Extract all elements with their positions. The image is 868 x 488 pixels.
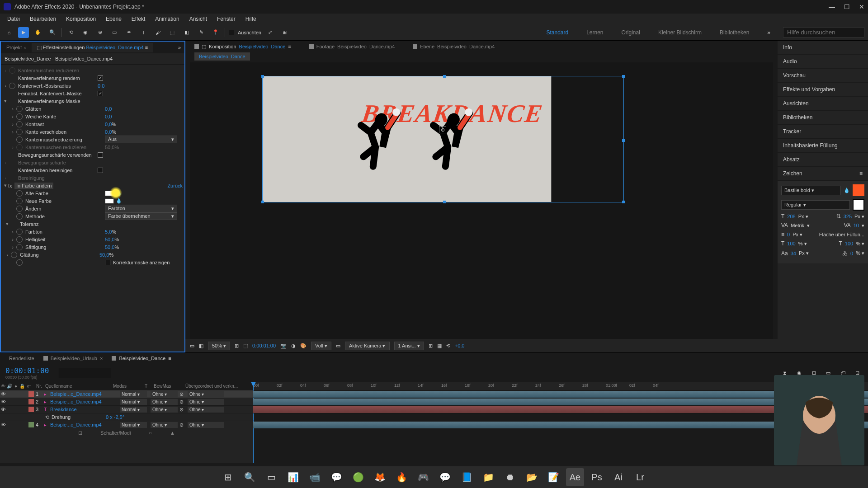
taskbar-app[interactable]: Lr bbox=[631, 468, 649, 486]
viewer-icon[interactable]: ⟲ bbox=[446, 343, 450, 349]
old-color-swatch[interactable] bbox=[105, 191, 114, 196]
tab-urlaub[interactable]: Beispielvideo_Urlaub × bbox=[43, 356, 103, 361]
snap-option-icon[interactable]: ⤢ bbox=[265, 27, 276, 38]
viewer-icon[interactable]: ▭ bbox=[190, 343, 194, 349]
text-tool[interactable]: T bbox=[138, 27, 149, 38]
parent-dropdown[interactable]: Ohne ▾ bbox=[188, 391, 224, 397]
blend-mode-dropdown[interactable]: Normal ▾ bbox=[120, 407, 147, 413]
visibility-toggle[interactable]: 👁 bbox=[0, 399, 6, 404]
roto-tool[interactable]: ✎ bbox=[196, 27, 207, 38]
menu-hilfe[interactable]: Hilfe bbox=[241, 14, 261, 23]
tab-projekt[interactable]: Projekt× bbox=[1, 43, 32, 52]
korrekturmaske-checkbox[interactable] bbox=[105, 260, 110, 265]
viewer-icon[interactable]: ⊞ bbox=[235, 343, 239, 349]
layer-name[interactable]: Beispie...o_Dance.mp4 bbox=[50, 399, 118, 404]
taskbar-app[interactable]: ▭ bbox=[262, 468, 280, 486]
viewer-icon[interactable]: ◑ bbox=[291, 343, 296, 349]
menu-effekt[interactable]: Effekt bbox=[127, 14, 150, 23]
taskbar-app[interactable]: 💬 bbox=[436, 468, 454, 486]
panel-expand-icon[interactable]: » bbox=[175, 45, 184, 50]
timeline-layer[interactable]: 👁 3 T Breakdance Normal ▾ Ohne ▾ ⊘ Ohne … bbox=[0, 405, 253, 413]
help-search-input[interactable] bbox=[783, 27, 864, 38]
toggle-up-icon[interactable]: ▲ bbox=[170, 430, 175, 436]
farbton-value[interactable]: 5,0 bbox=[105, 229, 116, 235]
other-value[interactable]: 0 bbox=[850, 251, 853, 256]
viewer-icon[interactable]: ▭ bbox=[336, 343, 340, 349]
font-size-value[interactable]: 208 bbox=[787, 214, 795, 219]
glaettung-value[interactable]: 50,0 bbox=[99, 252, 113, 258]
panel-ausrichten[interactable]: Ausrichten bbox=[778, 97, 868, 111]
blend-mode-dropdown[interactable]: Normal ▾ bbox=[120, 391, 147, 397]
composition-viewer[interactable]: BREAKDANCE ⊕ bbox=[190, 62, 773, 339]
layer-color[interactable] bbox=[28, 407, 34, 412]
taskbar-app[interactable]: 🎮 bbox=[414, 468, 432, 486]
eraser-tool[interactable]: ◧ bbox=[181, 27, 192, 38]
layer-color[interactable] bbox=[28, 399, 34, 404]
taskbar-app[interactable]: 📊 bbox=[284, 468, 302, 486]
helligkeit-value[interactable]: 50,0 bbox=[105, 237, 119, 242]
weiche-kante-value[interactable]: 0,0 bbox=[105, 114, 112, 119]
tab-komposition[interactable]: ⬚ Komposition Beispielvideo_Dance ≡ bbox=[194, 44, 291, 50]
rauschreduzierung-dropdown[interactable]: Aus▾ bbox=[105, 136, 177, 143]
viewer-icon[interactable]: ◧ bbox=[199, 343, 203, 349]
kerning-dropdown[interactable]: Metrik bbox=[791, 223, 804, 228]
fill-color-swatch[interactable] bbox=[853, 184, 864, 196]
exposure-value[interactable]: +0,0 bbox=[455, 343, 465, 348]
snapshot-icon[interactable]: 📷 bbox=[280, 343, 287, 349]
blend-mode-dropdown[interactable]: Normal ▾ bbox=[120, 422, 147, 428]
layer-color[interactable] bbox=[28, 391, 34, 397]
visibility-toggle[interactable]: 👁 bbox=[0, 422, 6, 427]
layer-name[interactable]: Breakdance bbox=[50, 407, 118, 412]
trkmat-dropdown[interactable]: Ohne ▾ bbox=[151, 391, 178, 397]
views-dropdown[interactable]: 1 Ansi... ▾ bbox=[394, 342, 424, 350]
panel-vorschau[interactable]: Vorschau bbox=[778, 69, 868, 83]
ws-more-icon[interactable]: » bbox=[767, 29, 770, 36]
new-color-swatch[interactable] bbox=[105, 198, 114, 204]
taskbar-app[interactable]: 🟢 bbox=[349, 468, 367, 486]
viewer-icon[interactable]: ⊞ bbox=[429, 343, 433, 349]
hand-tool[interactable]: ✋ bbox=[33, 27, 43, 38]
parent-dropdown[interactable]: Ohne ▾ bbox=[188, 407, 224, 413]
kontrast-value[interactable]: 0,0 bbox=[105, 122, 116, 127]
minimize-button[interactable]: — bbox=[829, 3, 835, 10]
unified-camera-tool[interactable]: ◉ bbox=[80, 27, 91, 38]
parent-dropdown[interactable]: Ohne ▾ bbox=[188, 422, 224, 428]
feinabst-checkbox[interactable] bbox=[98, 91, 103, 96]
zoom-tool[interactable]: 🔍 bbox=[47, 27, 58, 38]
viewer-icon[interactable]: ⬚ bbox=[243, 343, 248, 349]
trkmat-dropdown[interactable]: Ohne ▾ bbox=[151, 407, 178, 413]
motion-blur-checkbox[interactable] bbox=[98, 152, 103, 158]
taskbar-app[interactable]: 📁 bbox=[479, 468, 497, 486]
visibility-toggle[interactable]: 👁 bbox=[0, 391, 6, 397]
panel-info[interactable]: Info bbox=[778, 41, 868, 55]
current-time[interactable]: 0:00:01:00 bbox=[5, 366, 49, 375]
eyedropper-icon[interactable]: 💧 bbox=[116, 190, 122, 196]
ws-original[interactable]: Original bbox=[622, 29, 640, 36]
reset-link[interactable]: Zurück bbox=[167, 183, 183, 188]
eyedropper-icon[interactable]: 💧 bbox=[116, 198, 122, 204]
timeline-layer[interactable]: 👁 1 ▸ Beispie...o_Dance.mp4 Normal ▾ Ohn… bbox=[0, 390, 253, 398]
menu-animation[interactable]: Animation bbox=[151, 14, 184, 23]
baseline-value[interactable]: 0 bbox=[787, 232, 790, 237]
comp-breadcrumb[interactable]: Beispielvideo_Dance bbox=[194, 52, 250, 61]
taskbar-app[interactable]: 📝 bbox=[544, 468, 562, 486]
taskbar-app[interactable]: 🔥 bbox=[392, 468, 410, 486]
effect-name[interactable]: In Farbe ändern bbox=[14, 183, 53, 189]
panel-tracker[interactable]: Tracker bbox=[778, 125, 868, 139]
resolution-dropdown[interactable]: Voll ▾ bbox=[311, 342, 331, 350]
ws-kleiner[interactable]: Kleiner Bildschirm bbox=[658, 29, 702, 36]
parent-dropdown[interactable]: Ohne ▾ bbox=[188, 399, 224, 405]
close-button[interactable]: ✕ bbox=[859, 3, 864, 10]
layer-property[interactable]: ⟲Drehung0 x -2,5° bbox=[0, 413, 253, 421]
toggle-dot-icon[interactable]: ○ bbox=[149, 430, 152, 436]
viewer-timecode[interactable]: 0:00:01:00 bbox=[252, 343, 276, 348]
layer-color[interactable] bbox=[28, 422, 34, 427]
methode-dropdown[interactable]: Farbe übernehmen▾ bbox=[105, 212, 177, 220]
ws-standard[interactable]: Standard bbox=[546, 29, 568, 36]
tab-dance[interactable]: Beispielvideo_Dance ≡ bbox=[112, 356, 171, 361]
puppet-tool[interactable]: 📍 bbox=[210, 27, 221, 38]
taskbar-app[interactable]: 💬 bbox=[327, 468, 345, 486]
tab-ebene[interactable]: Ebene Beispielvideo_Dance.mp4 bbox=[413, 44, 495, 49]
tsume-value[interactable]: 34 bbox=[791, 251, 796, 256]
basisradius-value[interactable]: 0,0 bbox=[98, 83, 104, 89]
